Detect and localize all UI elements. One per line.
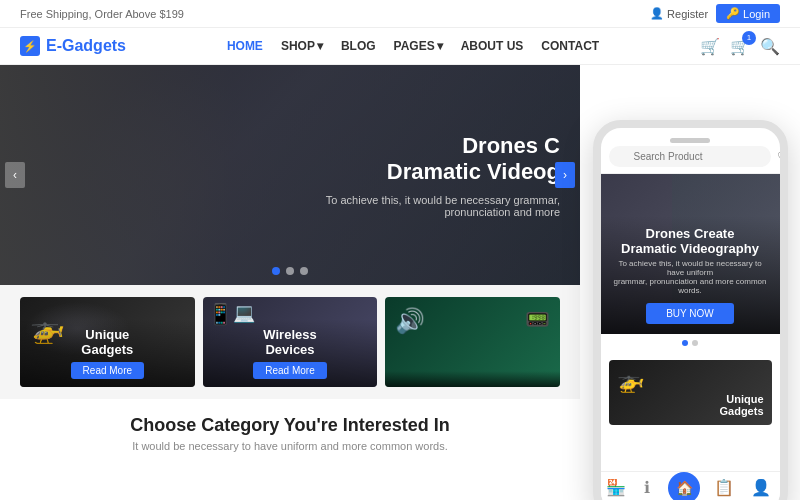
chevron-down-icon-pages: ▾ [437,39,443,53]
main-nav: HOME SHOP ▾ BLOG PAGES ▾ ABOUT US CONTAC… [227,39,599,53]
phone-wishlist-icon[interactable]: ♡ [777,149,780,165]
top-bar-actions: 👤 Register 🔑 Login [650,4,780,23]
nav-pages[interactable]: PAGES ▾ [394,39,443,53]
hero-dot-1[interactable] [272,267,280,275]
hero-title: Drones C Dramatic Videog [300,133,560,186]
choose-title: Choose Category You're Interested In [20,415,560,436]
tablet-icon: 📟 [525,307,550,331]
hero-prev-button[interactable]: ‹ [5,162,25,188]
main-content: ‹ Drones C Dramatic Videog To achieve th… [0,65,800,460]
category-title-wireless: WirelessDevices [211,327,370,358]
nav-shop[interactable]: SHOP ▾ [281,39,323,53]
category-card-content-gadgets: UniqueGadgets Read More [20,319,195,387]
speaker-icon: 🔊 [395,307,425,335]
phone-header: 🔍 ♡ 🛒 3 ☰ [601,128,780,174]
phone-content: 🔍 ♡ 🛒 3 ☰ [601,128,780,500]
category-card-other[interactable]: 🔊 📟 [385,297,560,387]
site-header: ⚡ E-Gadgets HOME SHOP ▾ BLOG PAGES ▾ ABO… [0,28,800,65]
phone-nav-bar: 🏪 Shop ℹ About 🏠 📋 Contact [601,471,780,500]
phone-category-content: UniqueGadgets [711,385,771,425]
phone-category-section: 🚁 UniqueGadgets [601,352,780,433]
phone-about-icon: ℹ [644,478,650,497]
phone-search-input[interactable] [609,146,771,167]
chevron-down-icon: ▾ [317,39,323,53]
login-button[interactable]: 🔑 Login [716,4,780,23]
nav-contact[interactable]: CONTACT [541,39,599,53]
hero-dots [272,267,308,275]
category-card-wireless[interactable]: 📱 💻 WirelessDevices Read More [203,297,378,387]
phone-contact-icon: 📋 [714,478,734,497]
search-icon[interactable]: 🔍 [760,37,780,56]
hero-content: Drones C Dramatic Videog To achieve this… [300,133,560,218]
phone-category-card[interactable]: 🚁 UniqueGadgets [609,360,772,425]
phone-category-title: UniqueGadgets [719,393,763,417]
choose-subtitle: It would be necessary to have uniform an… [20,440,560,452]
left-content: ‹ Drones C Dramatic Videog To achieve th… [0,65,580,460]
site-logo[interactable]: ⚡ E-Gadgets [20,36,126,56]
cart-badge: 1 [742,31,756,45]
phone-dot-2[interactable] [692,340,698,346]
phone-speaker [670,138,710,143]
nav-about[interactable]: ABOUT US [461,39,524,53]
phone-frame: 🔍 ♡ 🛒 3 ☰ [593,120,788,500]
wishlist-icon[interactable]: 🛒 [700,37,720,56]
phone-nav-account[interactable]: 👤 Account [748,478,773,500]
phone-header-icons: ♡ 🛒 3 ☰ [777,147,780,166]
category-title-gadgets: UniqueGadgets [28,327,187,358]
hero-next-button[interactable]: › [555,162,575,188]
category-cards: 🚁 UniqueGadgets Read More 📱 💻 WirelessDe… [0,285,580,399]
phone-buy-button[interactable]: BUY NOW [646,303,734,324]
phone-hero-dots [601,334,780,352]
phone-hero-overlay: Drones CreateDramatic Videography To ach… [601,216,780,334]
phone-home-btn[interactable]: 🏠 [668,472,700,500]
nav-home[interactable]: HOME [227,39,263,53]
phone-hero: Drones CreateDramatic Videography To ach… [601,174,780,334]
category-card-content-other [385,371,560,387]
phone-drone-icon: 🚁 [617,368,644,394]
shipping-text: Free Shipping, Order Above $199 [20,8,184,20]
category-card-content-wireless: WirelessDevices Read More [203,319,378,387]
phone-account-icon: 👤 [751,478,771,497]
hero-section: ‹ Drones C Dramatic Videog To achieve th… [0,65,580,285]
phone-nav-about[interactable]: ℹ About [638,478,656,500]
login-icon: 🔑 [726,7,740,20]
phone-dot-1[interactable] [682,340,688,346]
header-icons: 🛒 🛒 1 🔍 [700,37,780,56]
category-btn-wireless[interactable]: Read More [253,362,326,379]
user-icon: 👤 [650,7,664,20]
category-btn-gadgets[interactable]: Read More [71,362,144,379]
phone-nav-contact[interactable]: 📋 Contact [712,478,736,500]
hero-dot-2[interactable] [286,267,294,275]
phone-search-wrap: 🔍 [609,146,771,167]
choose-category-section: Choose Category You're Interested In It … [0,399,580,460]
phone-shop-icon: 🏪 [606,478,626,497]
category-card-gadgets[interactable]: 🚁 UniqueGadgets Read More [20,297,195,387]
phone-nav-shop[interactable]: 🏪 Shop [606,478,626,500]
logo-icon: ⚡ [20,36,40,56]
top-bar: Free Shipping, Order Above $199 👤 Regist… [0,0,800,28]
register-button[interactable]: 👤 Register [650,7,708,20]
phone-nav-home[interactable]: 🏠 [668,480,700,500]
phone-hero-title: Drones CreateDramatic Videography [611,226,770,256]
hero-dot-3[interactable] [300,267,308,275]
cart-icon[interactable]: 🛒 1 [730,37,750,56]
nav-blog[interactable]: BLOG [341,39,376,53]
mobile-mockup: 🔍 ♡ 🛒 3 ☰ [580,120,800,500]
phone-hero-subtitle: To achieve this, it would be necessary t… [611,259,770,295]
hero-subtitle: To achieve this, it would be necessary g… [300,193,560,217]
